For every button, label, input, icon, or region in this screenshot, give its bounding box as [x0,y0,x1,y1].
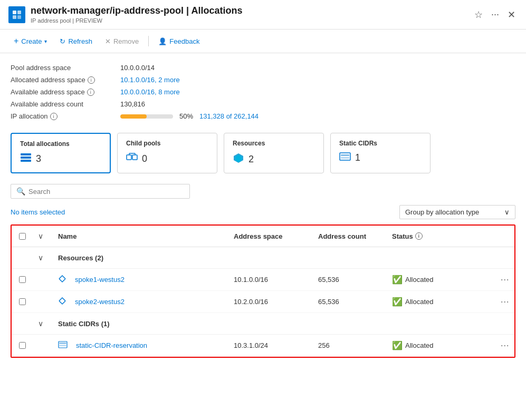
allocated-info-icon[interactable]: i [88,76,95,84]
row2-more-button[interactable]: ··· [498,296,512,308]
row3-more-button[interactable]: ··· [498,340,512,351]
group-by-chevron-icon: ∨ [504,208,510,216]
page-subtitle: IP address pool | PREVIEW [31,17,467,24]
stat-card-static-cidrs[interactable]: Static CIDRs 1 [330,133,431,173]
table-header-row: ∨ Name Address space Address count Statu… [12,226,514,247]
row3-status-badge: ✅ Allocated [392,340,489,350]
star-button[interactable]: ☆ [472,7,485,23]
more-options-button[interactable]: ··· [489,7,501,22]
row1-more-cell: ··· [493,272,514,288]
remove-button[interactable]: ✕ Remove [100,35,144,48]
table-row: spoke2-westus2 10.2.0.0/16 65,536 ✅ Allo… [12,291,514,313]
available-address-info-icon[interactable]: i [87,89,94,96]
select-all-checkbox[interactable] [19,233,26,240]
cidrs-icon [339,152,351,163]
header-actions-col [493,234,514,238]
refresh-button[interactable]: ↻ Refresh [54,35,98,48]
list-controls: No items selected Group by allocation ty… [11,205,515,219]
row1-name[interactable]: spoke1-westus2 [71,274,129,286]
svg-rect-1 [17,11,21,14]
row1-status-label: Allocated [405,276,433,284]
refresh-label: Refresh [68,37,92,45]
available-address-count-value: 130,816 [120,100,145,108]
group-resources-expand-btn[interactable]: ∨ [37,252,44,263]
plus-icon: + [14,36,18,46]
total-allocations-icon [20,153,32,165]
ip-allocation-value-group: 50% 131,328 of 262,144 [120,112,259,120]
ip-allocation-count: 131,328 of 262,144 [199,112,259,120]
row1-checkbox[interactable] [19,276,26,283]
create-button[interactable]: + Create ▾ [8,34,52,48]
stat-card-cidrs-title: Static CIDRs [339,140,422,147]
svg-rect-2 [13,15,16,19]
resources-icon [233,152,244,167]
close-button[interactable]: ✕ [505,7,518,23]
row3-checkbox-cell [12,340,33,351]
svg-rect-16 [341,157,349,159]
row2-status: ✅ Allocated [388,295,493,309]
no-items-label: No items selected [11,208,65,216]
header-expand-button[interactable]: ∨ [37,231,44,241]
group-by-dropdown[interactable]: Group by allocation type ∨ [399,205,515,219]
remove-icon: ✕ [105,37,111,45]
row1-address-space: 10.1.0.0/16 [229,274,314,286]
child-pools-icon [126,152,138,165]
header-status: Status i [388,230,493,242]
row2-name[interactable]: spoke2-westus2 [71,296,129,308]
row1-more-button[interactable]: ··· [498,274,512,286]
remove-label: Remove [113,37,139,45]
stat-card-resources[interactable]: Resources 2 [224,133,324,173]
group-expand-col: ∨ [33,250,54,265]
create-chevron-icon: ▾ [44,38,47,44]
svg-rect-3 [17,15,21,19]
row3-name-cell: static-CIDR-reservation [54,337,229,354]
row2-status-check-icon: ✅ [392,297,403,307]
svg-rect-18 [60,343,66,344]
ip-allocation-progress-fill [120,114,147,119]
allocated-address-space-value[interactable]: 10.1.0.0/16, 2 more [120,76,180,84]
ip-allocation-label: IP allocation i [11,112,116,120]
row3-checkbox[interactable] [19,342,26,349]
cidr-type-icon [58,341,68,350]
group2-expand-col: ∨ [33,316,54,331]
create-label: Create [21,37,42,45]
header-expand-col: ∨ [33,229,54,243]
group-cidrs-expand-btn[interactable]: ∨ [37,318,44,329]
allocated-address-space-label: Allocated address space i [11,76,116,84]
row2-expand-col [33,300,54,304]
stat-card-total-title: Total allocations [20,140,101,148]
header-name: Name [54,230,229,242]
row3-status: ✅ Allocated [388,338,493,353]
row3-status-check-icon: ✅ [392,340,403,350]
available-address-space-value[interactable]: 10.0.0.0/16, 8 more [120,88,180,96]
available-address-space-row: Available address space i 10.0.0.0/16, 8… [11,86,515,98]
svg-rect-7 [127,155,131,160]
available-address-space-label: Available address space i [11,88,116,96]
row1-expand-col [33,278,54,282]
svg-rect-6 [21,160,31,162]
group-row-resources: ∨ Resources (2) [12,247,514,269]
status-info-icon[interactable]: i [415,232,423,240]
stat-card-child-pools[interactable]: Child pools 0 [117,133,217,173]
available-address-count-row: Available address count 130,816 [11,98,515,110]
title-group: network-manager/ip-address-pool | Alloca… [31,5,467,24]
row2-address-count: 65,536 [314,296,388,308]
stat-card-total-allocations[interactable]: Total allocations 3 [11,133,111,173]
feedback-button[interactable]: 👤 Feedback [153,35,205,48]
row2-status-badge: ✅ Allocated [392,297,489,307]
stat-card-child-title: Child pools [126,140,208,147]
ip-allocation-pct: 50% [179,112,193,120]
child-pools-count: 0 [142,153,147,164]
toolbar: + Create ▾ ↻ Refresh ✕ Remove 👤 Feedback [0,30,526,53]
search-input[interactable] [28,188,184,196]
svg-rect-19 [60,345,66,347]
row2-checkbox[interactable] [19,298,26,305]
group-checkbox-col [12,256,33,260]
pool-address-space-label: Pool address space [11,64,116,72]
row3-name[interactable]: static-CIDR-reservation [72,339,151,351]
row2-more-cell: ··· [493,294,514,310]
header-address-space: Address space [229,230,314,242]
svg-rect-15 [341,154,349,156]
ip-alloc-info-icon[interactable]: i [50,113,58,120]
group2-checkbox-col [12,321,33,326]
